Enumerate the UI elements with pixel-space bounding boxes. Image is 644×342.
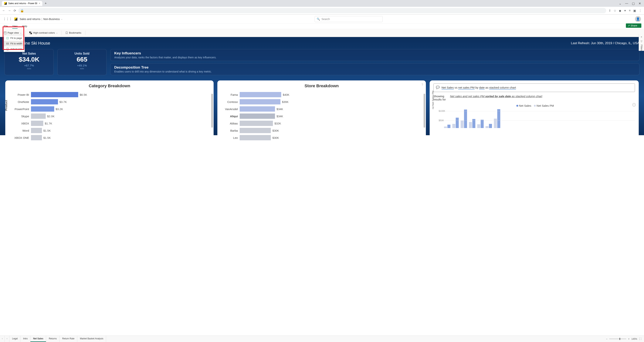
menu-view[interactable]: View bbox=[12, 25, 18, 29]
tab-return-rate[interactable]: Return Rate bbox=[60, 336, 77, 341]
column-pair[interactable] bbox=[486, 124, 492, 128]
kebab-menu-icon[interactable]: ⋮ bbox=[639, 9, 642, 12]
expand-icon[interactable]: « bbox=[641, 36, 642, 38]
page-view-button[interactable]: Page view ⌄ bbox=[2, 30, 23, 35]
column-ns bbox=[456, 118, 459, 128]
column-ns bbox=[464, 110, 467, 128]
scrollbar-thumb[interactable] bbox=[211, 94, 213, 128]
bar-label: Skype bbox=[12, 115, 29, 118]
zoom-out-button[interactable]: − bbox=[606, 338, 607, 340]
tab-intro[interactable]: Intro bbox=[20, 336, 30, 341]
address-bar[interactable]: 🔒 bbox=[18, 8, 606, 13]
list-icon[interactable]: ≡ bbox=[629, 9, 630, 12]
close-window-icon[interactable]: ✕ bbox=[638, 2, 641, 5]
new-tab-button[interactable]: + bbox=[43, 1, 48, 6]
qa-input[interactable]: 💬 Net Sales vs net sales PM by date as s… bbox=[434, 84, 635, 92]
last-refresh-text: Last Refresh: Jun 30th, 2019 / Chicago, … bbox=[571, 41, 640, 45]
bookmarks-button[interactable]: Bookmarks bbox=[64, 30, 83, 35]
tab-net-sales[interactable]: Net Sales bbox=[30, 336, 46, 341]
bar-row[interactable]: Contoso $39K bbox=[221, 98, 422, 106]
powerbi-favicon bbox=[4, 2, 7, 5]
breadcrumb-sep: | bbox=[42, 18, 42, 20]
bar-row[interactable]: Barba $30K bbox=[221, 127, 422, 134]
bar-row[interactable]: PowerPoint $3.2K bbox=[12, 106, 210, 112]
column-pair[interactable] bbox=[452, 118, 459, 128]
bar-row[interactable]: XBOX $1.7K bbox=[12, 120, 210, 127]
bar-label: Leo bbox=[221, 136, 238, 139]
reload-icon[interactable]: ⟳ bbox=[14, 9, 16, 12]
bar-row[interactable]: Abbas $32K bbox=[221, 120, 422, 127]
next-page-button[interactable]: › bbox=[5, 336, 10, 341]
sidepanel-icon[interactable]: ▣ bbox=[633, 9, 636, 12]
help-icon[interactable]: ? bbox=[422, 83, 423, 86]
qa-panel[interactable]: 💬 Net Sales vs net sales PM by date as s… bbox=[430, 80, 639, 148]
maximize-icon[interactable]: ▢ bbox=[632, 2, 635, 5]
bar-row[interactable]: Fama $40K bbox=[221, 91, 422, 98]
column-pair[interactable] bbox=[460, 110, 467, 128]
kpi-net-sales[interactable]: Net Sales $34.0K +67.7% m/m bbox=[4, 49, 54, 75]
fit-to-width-option[interactable]: Fit to width bbox=[4, 41, 24, 46]
bar-row[interactable]: Word $1.5K bbox=[12, 127, 210, 134]
sensitivity-label[interactable]: Non-Business bbox=[43, 18, 60, 20]
bar-row[interactable]: Aliqui $34K bbox=[221, 112, 422, 120]
prev-page-button[interactable]: ‹ bbox=[0, 336, 5, 341]
breadcrumb-workspace[interactable]: Sales and returns bbox=[20, 18, 40, 20]
browser-tab[interactable]: Sales and returns - Power BI × bbox=[2, 1, 42, 6]
filters-pane-collapsed[interactable]: « ▽ Filters bbox=[639, 34, 644, 51]
column-chart[interactable]: nd Net Sales PM $100K $50K bbox=[434, 109, 635, 128]
bar bbox=[31, 135, 42, 140]
menu-help[interactable]: Help bbox=[22, 25, 27, 29]
fit-to-page-option[interactable]: Fit to page bbox=[4, 35, 24, 41]
fit-to-window-icon[interactable]: ⛶ bbox=[639, 338, 641, 340]
showing-label: Showing results for bbox=[434, 94, 447, 101]
actual-size-option[interactable]: Actual size bbox=[4, 46, 24, 52]
info-icon[interactable]: i bbox=[632, 103, 636, 106]
svg-rect-6 bbox=[6, 37, 8, 39]
decomposition-tree-card[interactable]: Decomposition Tree Enables users to dril… bbox=[110, 63, 640, 75]
chevron-down-icon[interactable]: ⌄ bbox=[61, 18, 62, 20]
extension-icon[interactable]: ◆ bbox=[619, 9, 621, 12]
category-breakdown-panel[interactable]: Category Breakdown Product Power BI $6.5… bbox=[5, 80, 214, 148]
column-pm bbox=[477, 124, 480, 128]
tab-legal[interactable]: Legal bbox=[10, 336, 20, 341]
high-contrast-button[interactable]: High-contrast colors ⌄ bbox=[28, 30, 59, 35]
bar-row[interactable]: Skype $2.0K bbox=[12, 112, 210, 120]
tab-returns[interactable]: Returns bbox=[46, 336, 60, 341]
search-input[interactable]: 🔍 Search bbox=[315, 16, 382, 22]
tab-mba[interactable]: Market Basket Analysis bbox=[77, 336, 106, 341]
chevron-down-icon[interactable]: ⌄ bbox=[619, 2, 621, 5]
menu-file[interactable]: File bbox=[4, 25, 8, 29]
zoom-in-button[interactable]: + bbox=[628, 338, 630, 340]
column-pair[interactable] bbox=[477, 120, 484, 128]
star-icon[interactable]: ☆ bbox=[614, 9, 616, 12]
key-influencers-card[interactable]: Key Influencers Analyzes your data, rank… bbox=[110, 49, 640, 61]
bar-row[interactable]: VanArsdel $34K bbox=[221, 106, 422, 112]
bar-row[interactable]: OneNote $3.7K bbox=[12, 98, 210, 106]
bar bbox=[240, 121, 273, 126]
bar-row[interactable]: Leo $30K bbox=[221, 134, 422, 141]
share-url-icon[interactable]: ⇧ bbox=[608, 9, 611, 12]
share-button[interactable]: ↗ Share ⌄ bbox=[626, 24, 641, 28]
bar-row[interactable]: XBOX ONE $1.5K bbox=[12, 134, 210, 141]
bar-value: $32K bbox=[274, 122, 281, 125]
column-pair[interactable] bbox=[494, 109, 500, 128]
bar-value: $34K bbox=[276, 108, 283, 111]
back-icon[interactable]: ← bbox=[2, 9, 5, 12]
forward-icon[interactable]: → bbox=[8, 9, 11, 12]
chevron-down-icon: ⌄ bbox=[638, 24, 640, 27]
bar-label: XBOX bbox=[12, 122, 29, 125]
scrollbar-thumb[interactable] bbox=[424, 94, 425, 128]
bar-label: Barba bbox=[221, 129, 238, 132]
column-pair[interactable] bbox=[444, 125, 450, 128]
bar bbox=[240, 99, 280, 104]
store-breakdown-panel[interactable]: ? Store Breakdown Fama $40KContoso $39KV… bbox=[217, 80, 426, 148]
close-tab-icon[interactable]: × bbox=[39, 2, 40, 5]
puzzle-icon[interactable]: ✦ bbox=[624, 9, 626, 12]
minimize-icon[interactable]: — bbox=[625, 2, 628, 5]
app-launcher-icon[interactable]: ⋮⋮⋮ bbox=[3, 17, 12, 21]
zoom-slider[interactable] bbox=[609, 338, 626, 339]
bar-row[interactable]: Power BI $6.5K bbox=[12, 91, 210, 98]
kpi-units-sold[interactable]: Units Sold 665 +49.1% m/m bbox=[58, 49, 106, 75]
breadcrumb: Sales and returns | Non-Business ⌄ bbox=[20, 18, 62, 20]
avatar[interactable]: 👤 bbox=[635, 16, 641, 22]
